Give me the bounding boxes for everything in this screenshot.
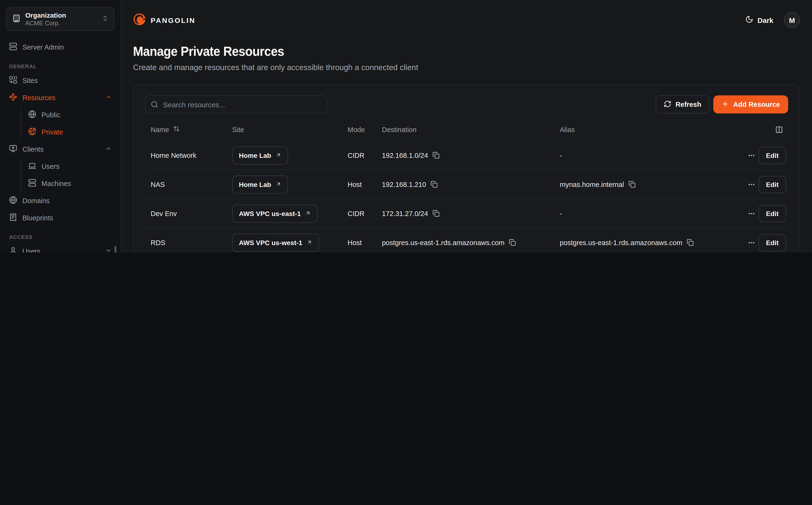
search-input[interactable]	[145, 96, 327, 114]
chevron-up-icon	[106, 145, 112, 153]
receipt-icon	[9, 213, 17, 223]
resources-card: Refresh Add Resource Name Site Mode	[133, 85, 800, 252]
arrow-up-right-icon	[275, 181, 281, 188]
sidebar-item-public[interactable]: Public	[21, 106, 115, 124]
sidebar-item-client-users[interactable]: Users	[21, 158, 115, 175]
pangolin-logo-icon	[133, 13, 146, 27]
user-icon	[9, 246, 17, 252]
edit-button[interactable]: Edit	[758, 234, 786, 251]
sidebar-item-machines[interactable]: Machines	[21, 175, 115, 192]
cell-alias: -	[554, 152, 741, 159]
cell-alias: -	[554, 210, 741, 217]
site-link[interactable]: Home Lab	[232, 146, 288, 165]
table-header-row: Name Site Mode Destination Alias	[145, 118, 788, 141]
row-menu-icon[interactable]	[746, 149, 757, 162]
cell-destination: 172.31.27.0/24	[382, 210, 428, 217]
page-subtitle: Create and manage resources that are onl…	[133, 63, 800, 72]
page-title: Manage Private Resources	[133, 44, 747, 59]
section-general: GENERAL	[6, 63, 115, 69]
site-link[interactable]: AWS VPC us-west-1	[232, 234, 319, 252]
arrow-up-right-icon	[307, 239, 312, 246]
theme-toggle[interactable]: Dark	[745, 15, 773, 25]
sidebar-item-domains[interactable]: Domains	[6, 192, 115, 209]
sidebar-scrollbar-thumb[interactable]	[115, 246, 116, 252]
copy-icon[interactable]	[509, 239, 517, 246]
waypoints-icon	[9, 93, 17, 103]
cell-name: RDS	[145, 239, 226, 246]
copy-icon[interactable]	[686, 239, 694, 246]
globe-icon	[28, 110, 36, 120]
brand-logo: PANGOLIN	[133, 13, 196, 27]
cell-alias: mynas.home.internal	[560, 181, 624, 188]
sort-icon	[173, 126, 180, 134]
cell-destination: 192.168.1.0/24	[382, 152, 428, 159]
site-link[interactable]: Home Lab	[232, 175, 288, 194]
resources-table: Name Site Mode Destination Alias Home Ne…	[145, 118, 788, 252]
globe-icon	[9, 196, 17, 205]
laptop-icon	[28, 162, 36, 171]
org-selector[interactable]: Organization ACME Corp.	[6, 7, 115, 31]
main-content: PANGOLIN Dark M Manage Private Resources…	[121, 0, 812, 252]
cell-mode: Host	[342, 181, 376, 188]
cell-mode: CIDR	[342, 210, 376, 217]
sidebar-item-blueprints[interactable]: Blueprints	[6, 209, 115, 226]
building-icon	[12, 14, 20, 24]
column-header-mode: Mode	[342, 126, 376, 133]
cell-destination: postgres.us-east-1.rds.amazonaws.com	[382, 239, 504, 246]
section-access: ACCESS	[6, 234, 115, 240]
copy-icon[interactable]	[432, 210, 440, 217]
chevrons-up-down-icon	[102, 15, 108, 23]
cell-mode: CIDR	[342, 152, 376, 159]
sidebar-item-resources[interactable]: Resources	[6, 89, 115, 106]
column-header-site: Site	[226, 126, 342, 133]
sidebar-item-clients[interactable]: Clients	[6, 141, 115, 158]
moon-icon	[745, 15, 753, 25]
cell-name: Dev Env	[145, 210, 226, 217]
monitor-up-icon	[9, 145, 17, 154]
table-row: RDS AWS VPC us-west-1 Host postgres.us-e…	[145, 228, 788, 252]
row-menu-icon[interactable]	[746, 236, 757, 249]
avatar[interactable]: M	[784, 12, 800, 28]
brand-name: PANGOLIN	[151, 16, 196, 24]
row-menu-icon[interactable]	[746, 207, 757, 220]
sidebar-item-private[interactable]: Private	[21, 124, 115, 141]
server-icon	[9, 42, 17, 52]
column-settings-icon[interactable]	[772, 122, 786, 137]
sidebar-item-users[interactable]: Users	[6, 243, 115, 252]
column-header-destination: Destination	[376, 126, 554, 133]
cell-name: NAS	[145, 181, 226, 188]
server-icon	[28, 179, 36, 188]
globe-lock-icon	[28, 127, 36, 137]
sidebar: Organization ACME Corp. Server Admin GEN…	[0, 0, 121, 252]
chevron-down-icon	[106, 247, 112, 252]
table-row: Dev Env AWS VPC us-east-1 CIDR 172.31.27…	[145, 199, 788, 228]
edit-button[interactable]: Edit	[758, 176, 786, 193]
sidebar-item-server-admin[interactable]: Server Admin	[6, 39, 115, 56]
cell-name: Home Network	[145, 152, 226, 159]
arrow-up-right-icon	[275, 152, 281, 159]
site-link[interactable]: AWS VPC us-east-1	[232, 205, 318, 223]
cell-mode: Host	[342, 239, 376, 246]
chevron-up-icon	[106, 94, 112, 102]
table-row: NAS Home Lab Host 192.168.1.210 mynas.ho…	[145, 170, 788, 199]
org-selector-label: Organization	[25, 11, 97, 19]
row-menu-icon[interactable]	[746, 178, 757, 191]
refresh-icon	[663, 100, 671, 109]
combine-icon	[9, 76, 17, 86]
plus-icon	[721, 100, 729, 109]
edit-button[interactable]: Edit	[758, 147, 786, 164]
copy-icon[interactable]	[432, 152, 440, 159]
copy-icon[interactable]	[628, 181, 636, 188]
copy-icon[interactable]	[430, 181, 438, 188]
column-header-alias: Alias	[554, 126, 741, 133]
sidebar-item-sites[interactable]: Sites	[6, 72, 115, 89]
org-selector-value: ACME Corp.	[25, 19, 97, 27]
edit-button[interactable]: Edit	[758, 205, 786, 222]
column-header-name[interactable]: Name	[145, 126, 226, 134]
add-resource-button[interactable]: Add Resource	[713, 96, 788, 114]
cell-alias: postgres.us-east-1.rds.amazonaws.com	[560, 239, 682, 246]
table-row: Home Network Home Lab CIDR 192.168.1.0/2…	[145, 141, 788, 170]
refresh-button[interactable]: Refresh	[655, 96, 709, 114]
arrow-up-right-icon	[305, 210, 311, 217]
app-root: Organization ACME Corp. Server Admin GEN…	[0, 0, 812, 252]
